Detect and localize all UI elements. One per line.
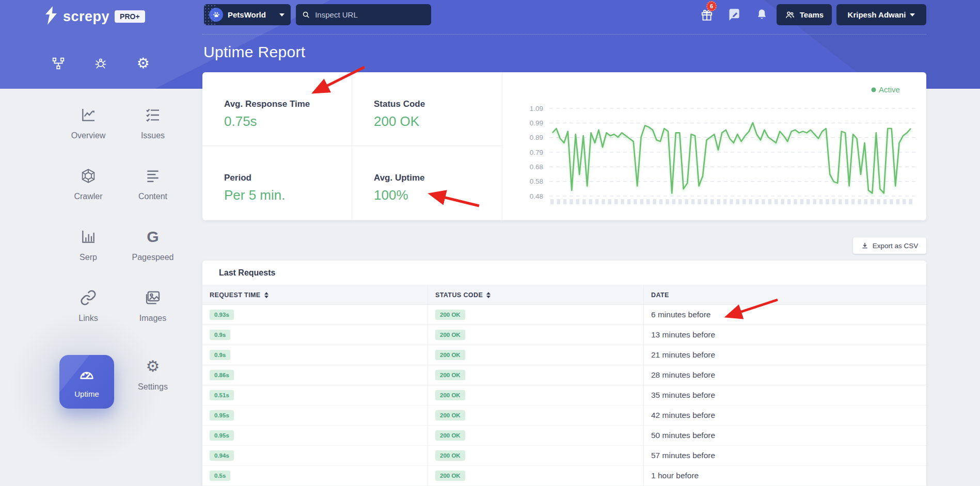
y-axis-tick-label: 0.99 bbox=[530, 119, 543, 127]
table-row: 0.5s200 OK1 hour before bbox=[202, 466, 926, 486]
user-menu[interactable]: Kripesh Adwani bbox=[836, 4, 926, 25]
x-axis-tick-label-illegible bbox=[627, 199, 631, 204]
sidebar-item-crawler[interactable]: Crawler bbox=[58, 167, 118, 201]
x-axis-tick-label-illegible bbox=[903, 199, 906, 204]
stats-grid: Avg. Response Time 0.75s Status Code 200… bbox=[202, 72, 502, 220]
sidebar-item-links[interactable]: Links bbox=[58, 288, 118, 323]
x-axis-tick-label-illegible bbox=[813, 199, 816, 204]
x-axis-tick-label-illegible bbox=[807, 199, 810, 204]
sidebar-item-overview[interactable]: Overview bbox=[58, 106, 118, 140]
x-axis-tick-label-illegible bbox=[602, 199, 605, 204]
issues-icon bbox=[144, 106, 162, 124]
request-time-cell: 0.9s bbox=[202, 325, 428, 345]
request-time-cell: 0.93s bbox=[202, 305, 428, 325]
request-time-badge: 0.51s bbox=[210, 390, 234, 400]
gear-icon[interactable]: ⚙ bbox=[134, 55, 152, 72]
sitemap-icon[interactable] bbox=[50, 55, 67, 72]
chat-pencil-icon bbox=[727, 8, 741, 22]
brand-logo[interactable]: screpy PRO+ bbox=[44, 6, 145, 27]
status-code-badge: 200 OK bbox=[435, 410, 465, 420]
x-axis-tick-label-illegible bbox=[576, 199, 580, 204]
status-code-cell: 200 OK bbox=[428, 365, 644, 385]
stat-value: 0.75s bbox=[224, 114, 352, 129]
sort-icon bbox=[486, 292, 491, 298]
stat-value: 100% bbox=[374, 187, 502, 203]
date-text: 42 minutes before bbox=[651, 411, 715, 420]
sidebar-item-pagespeed[interactable]: GPagespeed bbox=[123, 228, 183, 262]
y-axis-tick-label: 0.89 bbox=[530, 134, 543, 141]
stat-value: Per 5 min. bbox=[224, 187, 352, 203]
x-axis-tick-label-illegible bbox=[685, 199, 688, 204]
sidebar-item-images[interactable]: Images bbox=[123, 288, 183, 323]
bug-icon[interactable] bbox=[92, 55, 109, 72]
screpy-bolt-icon bbox=[44, 6, 58, 27]
x-axis-tick-label-illegible bbox=[589, 199, 592, 204]
request-time-cell: 0.5s bbox=[202, 466, 428, 485]
sidebar-item-label: Serp bbox=[80, 253, 97, 262]
sidebar-item-content[interactable]: Content bbox=[123, 167, 183, 201]
header-divider bbox=[202, 34, 926, 35]
status-code-cell: 200 OK bbox=[428, 426, 644, 445]
request-time-badge: 0.95s bbox=[210, 430, 234, 441]
y-axis-tick-label: 0.79 bbox=[530, 149, 543, 156]
sidebar-item-serp[interactable]: Serp bbox=[58, 228, 118, 262]
x-axis-tick-label-illegible bbox=[550, 199, 554, 204]
sidebar-item-issues[interactable]: Issues bbox=[123, 106, 183, 140]
plan-badge: PRO+ bbox=[115, 10, 145, 23]
x-axis-tick-label-illegible bbox=[800, 199, 804, 204]
notification-count-badge: 6 bbox=[706, 1, 717, 11]
stat-period: Period Per 5 min. bbox=[202, 146, 352, 220]
x-axis-tick-label-illegible bbox=[653, 199, 656, 204]
column-header-status-code[interactable]: STATUS CODE bbox=[428, 285, 644, 304]
date-cell: 6 minutes before bbox=[644, 305, 926, 325]
export-csv-button[interactable]: Export as CSV bbox=[853, 237, 926, 254]
x-axis-tick-label-illegible bbox=[563, 199, 567, 204]
date-text: 1 hour before bbox=[651, 471, 699, 480]
date-text: 57 minutes before bbox=[651, 451, 715, 460]
rewards-gift-button[interactable]: 6 bbox=[696, 4, 718, 25]
x-axis-tick-label-illegible bbox=[781, 199, 784, 204]
sidebar-item-settings[interactable]: ⚙Settings bbox=[123, 357, 183, 392]
table-title: Last Requests bbox=[202, 261, 926, 285]
request-time-badge: 0.95s bbox=[210, 410, 234, 420]
chevron-down-icon bbox=[279, 13, 284, 17]
stat-label: Status Code bbox=[374, 99, 502, 109]
notifications-button[interactable] bbox=[751, 4, 772, 25]
x-axis-tick-label-illegible bbox=[890, 199, 893, 204]
stat-label: Period bbox=[224, 173, 352, 183]
feedback-button[interactable] bbox=[723, 4, 745, 25]
request-time-badge: 0.86s bbox=[210, 370, 234, 380]
status-code-cell: 200 OK bbox=[428, 446, 644, 465]
inspect-url-box bbox=[296, 4, 431, 25]
date-text: 13 minutes before bbox=[651, 330, 715, 339]
x-axis-tick-label-illegible bbox=[691, 199, 695, 204]
column-header-request-time[interactable]: REQUEST TIME bbox=[202, 285, 428, 304]
date-text: 6 minutes before bbox=[651, 310, 710, 319]
table-header-row: REQUEST TIMESTATUS CODEDATE bbox=[202, 285, 926, 305]
column-label: STATUS CODE bbox=[435, 291, 483, 299]
sidebar-item-uptime[interactable]: Uptime bbox=[59, 355, 114, 409]
y-axis-tick-label: 0.58 bbox=[530, 177, 543, 185]
x-axis-tick-label-illegible bbox=[871, 199, 874, 204]
sidebar-item-label: Pagespeed bbox=[132, 253, 174, 262]
request-time-badge: 0.93s bbox=[210, 310, 234, 320]
teams-button[interactable]: Teams bbox=[777, 4, 832, 25]
inspect-url-input[interactable] bbox=[315, 10, 425, 19]
x-axis-tick-label-illegible bbox=[646, 199, 650, 204]
export-csv-label: Export as CSV bbox=[873, 242, 919, 250]
crawler-icon bbox=[79, 167, 98, 185]
sidebar-item-label: Crawler bbox=[74, 192, 102, 201]
project-selector[interactable]: PetsWorld bbox=[204, 4, 291, 25]
y-axis-tick-label: 0.68 bbox=[530, 163, 543, 171]
x-axis-tick-label-illegible bbox=[864, 199, 868, 204]
page-title: Uptime Report bbox=[203, 43, 305, 61]
column-header-date: DATE bbox=[644, 285, 926, 304]
request-time-badge: 0.9s bbox=[210, 350, 230, 360]
request-time-cell: 0.95s bbox=[202, 406, 428, 425]
links-icon bbox=[79, 288, 98, 307]
x-axis-tick-label-illegible bbox=[736, 199, 740, 204]
stat-label: Avg. Response Time bbox=[224, 99, 352, 109]
stat-status-code: Status Code 200 OK bbox=[352, 72, 502, 146]
x-axis-tick-label-illegible bbox=[621, 199, 624, 204]
search-icon bbox=[302, 10, 310, 19]
